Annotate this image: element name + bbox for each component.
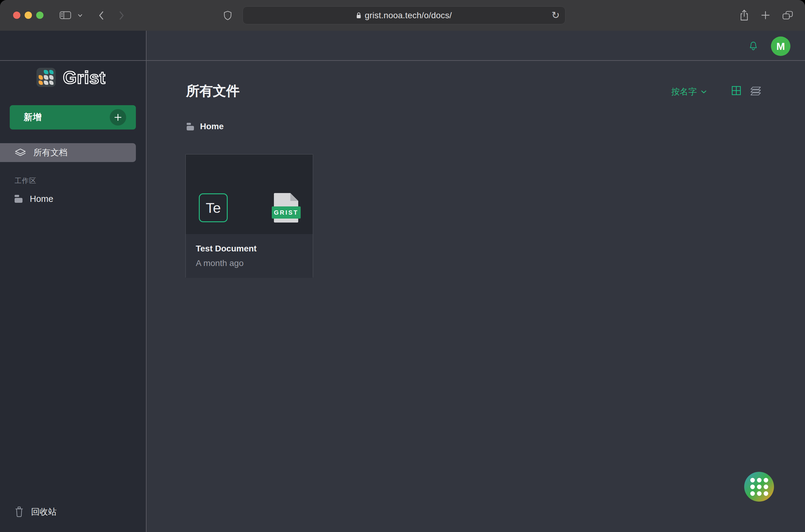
- document-name: Test Document: [196, 244, 313, 253]
- app-launcher-button[interactable]: [744, 472, 774, 501]
- maximize-window-button[interactable]: [36, 12, 43, 19]
- lock-icon: [356, 12, 361, 19]
- plus-icon: [110, 109, 126, 126]
- add-new-label: 新增: [24, 111, 42, 124]
- sidebar: Grist 新增 所有文档 工作区 Home: [0, 31, 146, 532]
- address-bar[interactable]: grist.nooa.tech/o/docs/ ↻: [243, 6, 566, 24]
- layers-icon: [15, 148, 26, 157]
- main-content: 所有文件: [146, 31, 805, 532]
- trash-icon: [15, 507, 24, 517]
- sidebar-toggle-icon[interactable]: [59, 11, 72, 20]
- workspace-label: Home: [30, 194, 53, 204]
- grist-file-icon: GRIST: [272, 193, 301, 223]
- document-thumbnail: Te GRIST: [186, 154, 313, 234]
- toolbar-chevron-down-icon[interactable]: [78, 14, 82, 17]
- tab-overview-icon[interactable]: [782, 10, 793, 20]
- notifications-bell-icon[interactable]: [748, 40, 759, 51]
- share-icon[interactable]: [739, 9, 749, 21]
- grist-wordmark: Grist: [63, 67, 106, 88]
- page-title: 所有文件: [186, 82, 239, 100]
- grid-view-button[interactable]: [731, 86, 741, 95]
- user-avatar[interactable]: M: [771, 37, 790, 56]
- sidebar-item-trash[interactable]: 回收站: [0, 504, 136, 519]
- workspaces-heading: 工作区: [15, 176, 37, 186]
- url-text: grist.nooa.tech/o/docs/: [365, 11, 452, 20]
- grist-badge-label: GRIST: [274, 209, 299, 216]
- new-tab-icon[interactable]: [761, 11, 770, 20]
- sidebar-item-all-documents[interactable]: 所有文档: [0, 143, 136, 162]
- list-view-button[interactable]: [750, 86, 761, 95]
- document-card[interactable]: Te GRIST Test Document A month ago: [186, 154, 313, 278]
- document-modified-time: A month ago: [196, 259, 313, 268]
- section-home-label: Home: [200, 121, 224, 131]
- dots-grid-icon: [750, 478, 768, 496]
- section-header-home[interactable]: Home: [187, 121, 224, 131]
- browser-window: grist.nooa.tech/o/docs/ ↻ Grist: [0, 0, 805, 532]
- trash-label: 回收站: [31, 506, 57, 518]
- privacy-shield-icon[interactable]: [224, 11, 232, 20]
- sidebar-item-label: 所有文档: [34, 147, 68, 158]
- reload-icon[interactable]: ↻: [552, 10, 560, 20]
- sort-by-dropdown[interactable]: 按名字: [671, 86, 707, 98]
- grist-logo[interactable]: Grist: [37, 67, 106, 88]
- sort-by-label: 按名字: [671, 86, 697, 98]
- document-meta: Test Document A month ago: [186, 234, 313, 278]
- file-fold-corner: [290, 193, 298, 201]
- workspace-icon: [15, 195, 22, 203]
- close-window-button[interactable]: [13, 12, 20, 19]
- workspace-icon: [187, 123, 194, 130]
- sidebar-item-workspace-home[interactable]: Home: [0, 191, 136, 206]
- minimize-window-button[interactable]: [25, 12, 32, 19]
- grist-logo-icon: [37, 68, 56, 87]
- sidebar-divider: [146, 31, 147, 532]
- add-new-button[interactable]: 新增: [10, 105, 136, 130]
- chevron-down-icon: [701, 90, 707, 94]
- forward-button[interactable]: [119, 11, 124, 20]
- browser-toolbar: grist.nooa.tech/o/docs/ ↻: [0, 0, 805, 31]
- back-button[interactable]: [98, 11, 104, 20]
- document-initials-tile: Te: [199, 193, 228, 222]
- grist-badge-ribbon: GRIST: [272, 206, 301, 218]
- header-divider: [0, 60, 805, 61]
